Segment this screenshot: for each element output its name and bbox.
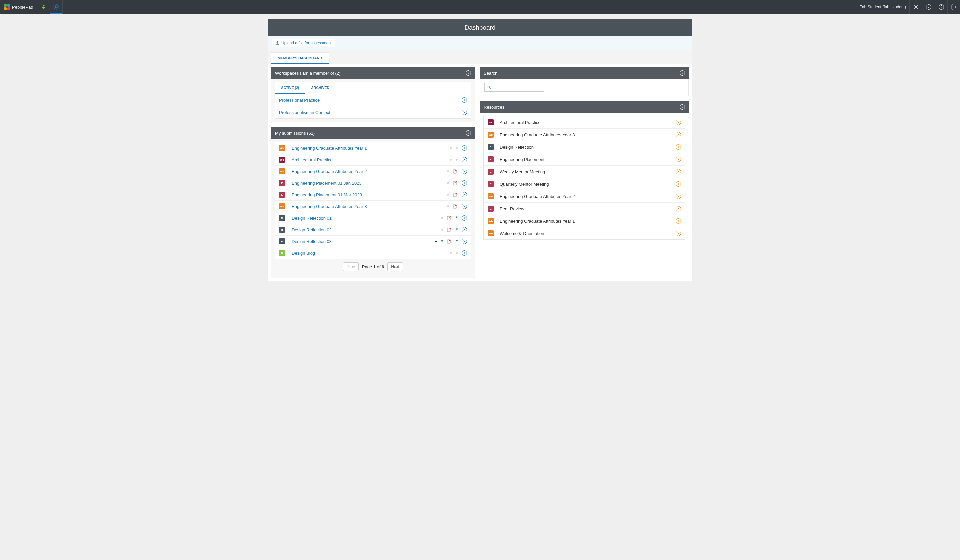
submission-row[interactable]: Wb Engineering Graduate Attributes Year … <box>275 201 471 212</box>
arrow-icon[interactable] <box>462 238 467 244</box>
info-icon[interactable]: i <box>680 70 685 76</box>
resource-title: Engineering Graduate Attributes Year 1 <box>500 219 676 224</box>
type-badge: Wb <box>488 132 494 138</box>
info-icon[interactable]: i <box>922 0 935 14</box>
arrow-icon[interactable] <box>462 169 467 174</box>
resource-row[interactable]: R Design Reflection <box>484 141 685 153</box>
arrow-icon[interactable] <box>676 144 681 150</box>
submission-title[interactable]: Engineering Graduate Attributes Year 1 <box>292 146 427 151</box>
type-badge: Wb <box>279 203 285 210</box>
subtab-active[interactable]: ACTIVE (2) <box>275 82 305 94</box>
arrow-icon[interactable] <box>462 157 467 162</box>
svg-point-3 <box>54 4 59 9</box>
type-badge: Wb <box>488 230 494 236</box>
upload-button[interactable]: Upload a file for assessment <box>272 39 335 47</box>
info-icon[interactable]: i <box>680 104 685 110</box>
arrow-icon[interactable] <box>462 98 467 103</box>
arrow-icon[interactable] <box>462 110 467 115</box>
tab-members-dashboard[interactable]: MEMBER'S DASHBOARD <box>270 52 329 64</box>
info-icon[interactable]: i <box>466 70 471 76</box>
search-box[interactable] <box>484 83 544 92</box>
submission-title[interactable]: Architectural Practice <box>292 157 427 162</box>
submission-row[interactable]: R Design Reflection 02 * <box>275 224 471 236</box>
workspaces-panel: Workspaces I am a member of (2) i ACTIVE… <box>271 67 475 122</box>
arrow-icon[interactable] <box>462 180 467 186</box>
resource-row[interactable]: E Engineering Placement <box>484 153 685 166</box>
resource-row[interactable]: Wb Engineering Graduate Attributes Year … <box>484 215 685 227</box>
arrow-icon[interactable] <box>462 227 467 232</box>
arrow-icon[interactable] <box>676 194 681 199</box>
resource-row[interactable]: Wb Engineering Graduate Attributes Year … <box>484 190 685 203</box>
submission-title[interactable]: Engineering Graduate Attributes Year 2 <box>292 169 427 174</box>
arrow-icon[interactable] <box>676 206 681 211</box>
arrow-icon[interactable] <box>676 120 681 125</box>
resource-row[interactable]: E Weekly Mentor Meeting <box>484 166 685 178</box>
pager-prev[interactable]: Prev <box>343 262 359 271</box>
nav-atlas-icon[interactable] <box>50 0 62 14</box>
arrow-icon[interactable] <box>676 218 681 224</box>
search-input[interactable] <box>493 85 541 90</box>
type-badge: Wb <box>279 168 285 174</box>
arrow-icon[interactable] <box>676 231 681 236</box>
status-dot <box>450 147 452 149</box>
search-body <box>480 78 689 96</box>
resource-row[interactable]: Ws Architectural Practice <box>484 116 685 129</box>
submission-title[interactable]: Engineering Graduate Attributes Year 3 <box>292 204 427 209</box>
status-dot <box>447 182 449 184</box>
status-dot <box>447 194 449 196</box>
help-icon[interactable] <box>935 0 947 14</box>
status-dot <box>450 158 452 161</box>
resource-row[interactable]: E Peer Review <box>484 203 685 215</box>
workspace-link[interactable]: Professionalism in Context <box>279 110 330 115</box>
submission-row[interactable]: R Design Reflection 01 * <box>275 212 471 224</box>
workspace-item[interactable]: Professionalism in Context <box>275 106 471 118</box>
pager-next[interactable]: Next <box>387 262 403 271</box>
submission-title[interactable]: Design Reflection 03 <box>292 239 427 244</box>
upload-icon <box>275 41 279 45</box>
type-badge: R <box>279 215 285 221</box>
resource-title: Engineering Placement <box>500 157 676 162</box>
arrow-icon[interactable] <box>462 215 467 221</box>
submission-row[interactable]: E Engineering Placement 01 Mar 2023 <box>275 189 471 201</box>
submission-row[interactable]: E Engineering Placement 01 Jan 2023 <box>275 178 471 189</box>
submission-title[interactable]: Engineering Placement 01 Jan 2023 <box>292 181 427 186</box>
resource-row[interactable]: Wb Engineering Graduate Attributes Year … <box>484 129 685 141</box>
logo[interactable]: PebblePad <box>0 0 37 14</box>
arrow-icon[interactable] <box>676 169 681 174</box>
workspace-item[interactable]: Professional Practice <box>275 94 471 106</box>
search-icon <box>487 85 491 89</box>
arrow-icon[interactable] <box>462 250 467 256</box>
submission-row[interactable]: B Design Blog <box>275 247 471 259</box>
feedback-icon <box>447 227 452 232</box>
submission-row[interactable]: R Design Reflection 03 F** <box>275 236 471 247</box>
submission-title[interactable]: Design Blog <box>292 251 427 256</box>
upload-bar: Upload a file for assessment <box>268 36 692 50</box>
nav-pebble-icon[interactable] <box>37 0 50 14</box>
status-dot <box>447 170 449 172</box>
arrow-icon[interactable] <box>676 157 681 162</box>
resource-row[interactable]: Wb Welcome & Orientation <box>484 227 685 239</box>
logo-icon <box>4 4 10 10</box>
submission-row[interactable]: Ws Architectural Practice <box>275 154 471 166</box>
submission-title[interactable]: Engineering Placement 01 Mar 2023 <box>292 192 427 197</box>
submission-title[interactable]: Design Reflection 01 <box>292 216 427 221</box>
arrow-icon[interactable] <box>462 192 467 197</box>
info-icon[interactable]: i <box>466 130 471 136</box>
submission-row[interactable]: Wb Engineering Graduate Attributes Year … <box>275 142 471 154</box>
resource-row[interactable]: E Quarterly Mentor Meeting <box>484 178 685 190</box>
submission-actions <box>427 204 467 209</box>
svg-point-13 <box>488 86 490 88</box>
type-badge: E <box>488 181 494 187</box>
submission-row[interactable]: Wb Engineering Graduate Attributes Year … <box>275 166 471 178</box>
resources-header: Resources i <box>480 101 689 113</box>
arrow-icon[interactable] <box>462 146 467 151</box>
logout-icon[interactable] <box>947 0 960 14</box>
submission-title[interactable]: Design Reflection 02 <box>292 227 427 232</box>
arrow-icon[interactable] <box>462 204 467 209</box>
workspace-link[interactable]: Professional Practice <box>279 98 320 103</box>
status-dot <box>456 252 458 254</box>
arrow-icon[interactable] <box>676 132 681 137</box>
settings-icon[interactable] <box>909 0 922 14</box>
arrow-icon[interactable] <box>676 181 681 187</box>
subtab-archived[interactable]: ARCHIVED <box>305 82 335 94</box>
